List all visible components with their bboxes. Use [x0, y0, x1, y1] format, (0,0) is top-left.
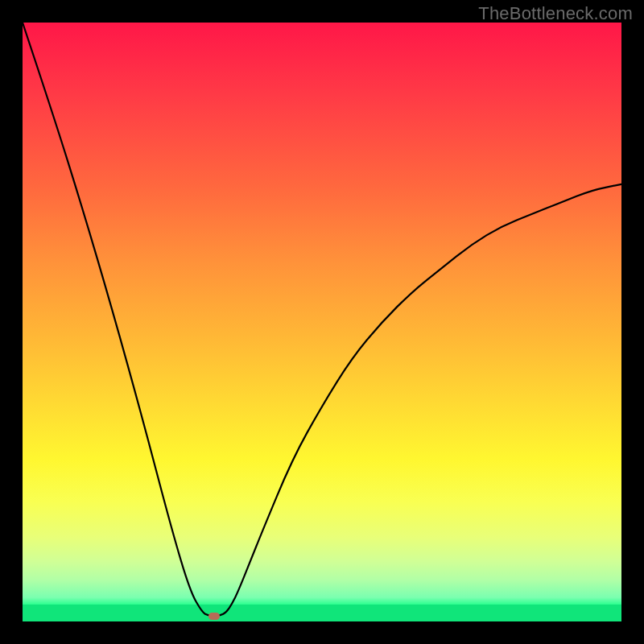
plot-area [23, 23, 621, 621]
chart-frame: TheBottleneck.com [0, 0, 644, 644]
curve-svg [23, 23, 621, 621]
optimum-marker [208, 613, 220, 620]
credit-text: TheBottleneck.com [478, 3, 633, 24]
bottleneck-curve-path [23, 23, 621, 616]
